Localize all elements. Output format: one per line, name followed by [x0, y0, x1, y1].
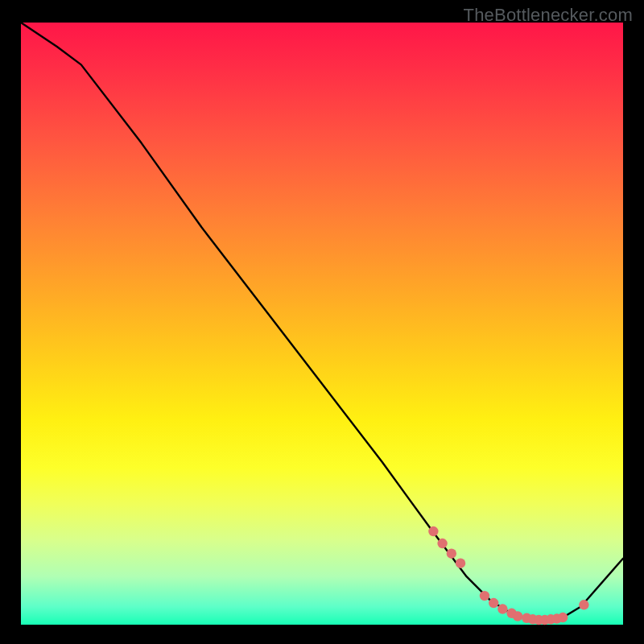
- highlight-point: [456, 559, 465, 568]
- highlight-point: [558, 613, 568, 622]
- highlight-point: [497, 604, 507, 613]
- chart-area: [21, 23, 623, 625]
- highlight-point: [513, 611, 522, 621]
- highlight-point: [447, 549, 456, 559]
- highlight-point: [480, 591, 489, 601]
- highlight-point: [579, 600, 588, 609]
- chart-svg: [21, 23, 623, 625]
- highlight-point: [428, 526, 438, 536]
- highlight-point: [437, 539, 447, 548]
- curve-line-layer: [21, 23, 623, 620]
- watermark-text: TheBottlenecker.com: [464, 5, 633, 26]
- highlight-point: [489, 598, 498, 608]
- scatter-points-layer: [428, 526, 588, 625]
- curve-path: [21, 23, 623, 620]
